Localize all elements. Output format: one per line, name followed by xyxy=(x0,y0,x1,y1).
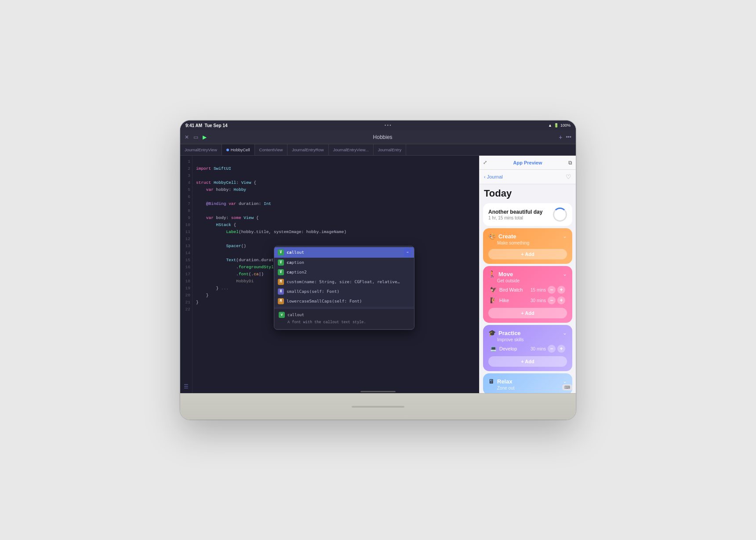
xcode-toolbar: ✕ ▭ ▶ Hobbies + ••• xyxy=(180,130,576,144)
close-button[interactable]: ✕ xyxy=(185,134,189,140)
status-time: 9:41 AM Tue Sep 14 xyxy=(185,123,228,128)
ac-badge-v: V xyxy=(278,269,284,275)
autocomplete-item-caption[interactable]: V caption xyxy=(274,258,414,267)
develop-minus[interactable]: − xyxy=(548,345,556,353)
code-line: import SwiftUI xyxy=(196,165,476,172)
hike-plus[interactable]: + xyxy=(557,296,565,304)
xcode-title: Hobbies xyxy=(211,134,554,140)
more-button[interactable]: ••• xyxy=(566,134,571,140)
move-card-header: 🚶 Move ⌄ xyxy=(488,270,567,277)
tab-label: JournalEntryView xyxy=(185,147,217,152)
autocomplete-divider xyxy=(274,307,414,307)
hike-name: Hike xyxy=(499,298,509,303)
journal-back-label: Journal xyxy=(487,174,503,179)
heart-icon[interactable]: ♡ xyxy=(566,173,571,180)
code-line xyxy=(196,158,476,165)
ac-badge-v: V xyxy=(278,249,284,255)
create-icon: 🎨 xyxy=(488,233,496,240)
ac-item-text: smallCaps(self: Font) xyxy=(287,288,339,295)
code-line xyxy=(196,208,476,215)
status-bar: 9:41 AM Tue Sep 14 • • • ▲ 🔋 100% xyxy=(180,120,576,130)
autocomplete-item-smallcaps[interactable]: H smallCaps(self: Font) xyxy=(274,287,414,296)
ac-item-text: lowercaseSmallCaps(self: Font) xyxy=(287,298,362,305)
ac-item-text: custom(name: String, size: CGFloat, rela… xyxy=(287,278,401,285)
battery-icon: 🔋 xyxy=(554,123,559,128)
tab-journalentryview[interactable]: JournalEntryView xyxy=(180,144,222,155)
today-text: Another beautiful day 1 hr, 15 mins tota… xyxy=(488,209,542,220)
autocomplete-item-lowercase[interactable]: M lowercaseSmallCaps(self: Font) xyxy=(274,296,414,306)
today-main-text: Another beautiful day xyxy=(488,209,542,215)
ac-badge-m: M xyxy=(278,279,284,285)
code-line: Label(hobby.title, systemImage: hobby.im… xyxy=(196,229,476,236)
create-chevron-icon: ⌄ xyxy=(563,233,567,239)
practice-chevron-icon: ⌄ xyxy=(563,330,567,336)
autocomplete-item-caption2[interactable]: V caption2 xyxy=(274,267,414,277)
move-card[interactable]: 🚶 Move ⌄ Get outside 🦅 Bird Watch xyxy=(483,266,572,323)
relax-icon: 🖥 xyxy=(488,378,494,385)
hike-icon: 🧗 xyxy=(490,297,497,303)
create-add-button[interactable]: + Add xyxy=(488,249,567,259)
autocomplete-detail: V callout A font with the callout text s… xyxy=(274,308,414,328)
code-line: HStack { xyxy=(196,222,476,229)
practice-add-button[interactable]: + Add xyxy=(488,356,567,367)
run-button[interactable]: ▶ xyxy=(203,134,207,140)
tab-journalentryrow[interactable]: JournalEntryRow xyxy=(287,144,328,155)
birdwatch-controls: 15 mins − + xyxy=(531,286,565,294)
tab-dot xyxy=(226,149,229,151)
preview-copy-btn[interactable]: ⧉ xyxy=(568,160,572,166)
practice-card[interactable]: 🎓 Practice ⌄ Improve skills 💻 Develop xyxy=(483,325,572,371)
ac-item-text: caption2 xyxy=(287,269,307,276)
hike-label: 🧗 Hike xyxy=(490,297,509,303)
preview-icon-left[interactable]: ⤢ xyxy=(483,160,487,165)
relax-card[interactable]: 🖥 Relax ⌄ Zone out xyxy=(483,373,572,393)
develop-label: 💻 Develop xyxy=(490,346,517,352)
practice-card-subtitle: Improve skills xyxy=(497,337,567,342)
code-editor[interactable]: 12345 678910 1112131415 1617181920 2122 … xyxy=(180,156,479,393)
ipad-device: 9:41 AM Tue Sep 14 • • • ▲ 🔋 100% ✕ ▭ ▶ … xyxy=(180,120,576,420)
develop-controls: 30 mins − + xyxy=(531,345,565,353)
hike-activity: 🧗 Hike 30 mins − + xyxy=(488,296,567,304)
journal-content[interactable]: ‹ Journal ♡ Today Another beautiful day … xyxy=(480,170,576,393)
move-add-button[interactable]: + Add xyxy=(488,308,567,318)
tab-hobbycell[interactable]: HobbyCell xyxy=(222,144,255,155)
create-card-icon-title: 🎨 Create xyxy=(488,233,516,240)
today-sub-text: 1 hr, 15 mins total xyxy=(488,215,542,220)
practice-icon: 🎓 xyxy=(488,329,496,336)
autocomplete-item-custom[interactable]: M custom(name: String, size: CGFloat, re… xyxy=(274,277,414,287)
line-numbers: 12345 678910 1112131415 1617181920 2122 xyxy=(180,156,193,393)
move-card-title: Move xyxy=(498,271,513,277)
add-button[interactable]: + xyxy=(559,134,562,141)
progress-spinner xyxy=(553,208,567,222)
sidebar-toggle[interactable]: ▭ xyxy=(193,134,198,140)
sidebar-bottom-icon[interactable]: ☰ xyxy=(184,383,189,390)
autocomplete-item-callout[interactable]: V callout ⇥ xyxy=(274,247,414,258)
birdwatch-minus[interactable]: − xyxy=(548,286,556,294)
main-area: 12345 678910 1112131415 1617181920 2122 … xyxy=(180,156,576,393)
code-line: @Binding var duration: Int xyxy=(196,201,476,208)
keyboard-indicator xyxy=(352,406,404,408)
journal-back-button[interactable]: ‹ Journal xyxy=(484,174,503,179)
tab-journalentryview2[interactable]: JournalEntryView... xyxy=(329,144,374,155)
hike-time: 30 mins xyxy=(531,298,546,303)
practice-card-icon-title: 🎓 Practice xyxy=(488,329,521,336)
move-card-subtitle: Get outside xyxy=(497,278,567,283)
hike-minus[interactable]: − xyxy=(548,296,556,304)
develop-plus[interactable]: + xyxy=(557,345,565,353)
tab-contentview[interactable]: ContentView xyxy=(255,144,288,155)
ac-detail-name: callout xyxy=(287,311,366,318)
birdwatch-time: 15 mins xyxy=(531,288,546,292)
ac-badge-m: M xyxy=(278,298,284,304)
chevron-left-icon: ‹ xyxy=(484,174,486,179)
create-card-header: 🎨 Create ⌄ xyxy=(488,233,567,240)
birdwatch-plus[interactable]: + xyxy=(557,286,565,294)
code-line xyxy=(196,172,476,179)
keyboard-button[interactable]: ⌨ xyxy=(562,384,572,390)
autocomplete-popup[interactable]: V callout ⇥ V caption V xyxy=(274,246,414,330)
ac-badge-v: V xyxy=(278,259,284,266)
battery-percent: 100% xyxy=(560,123,571,128)
hike-controls: 30 mins − + xyxy=(531,296,565,304)
tab-journalentry[interactable]: JournalEntry xyxy=(374,144,406,155)
tab-label: JournalEntryView... xyxy=(333,147,369,152)
ac-detail-description: A font with the callout text style. xyxy=(287,319,366,326)
create-card[interactable]: 🎨 Create ⌄ Make something + Add xyxy=(483,228,572,264)
